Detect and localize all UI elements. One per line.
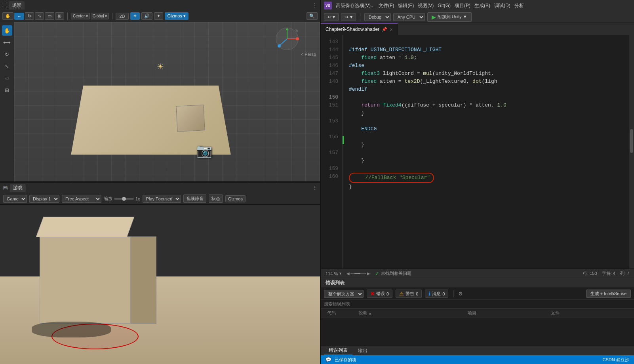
tab-error-list[interactable]: 错误列表 xyxy=(324,346,352,355)
filter-icon[interactable]: ⚙ xyxy=(458,291,463,297)
tab-output[interactable]: 输出 xyxy=(353,347,372,355)
effects-btn[interactable]: ✦ xyxy=(154,12,163,20)
menu-debug[interactable]: 调试(D) xyxy=(494,2,510,9)
warn-count-badge[interactable]: ⚠ 警告 0 xyxy=(396,290,422,298)
char-info: 字符: 4 xyxy=(602,271,615,276)
unity-panel: ⛶ 场景 ⋮ ✋ ↔ ↻ ⤡ ▭ ⊞ xyxy=(0,0,321,364)
save-icon: 💬 xyxy=(326,357,331,362)
col-code[interactable]: 代码 xyxy=(324,310,356,316)
active-line-indicator xyxy=(343,136,344,144)
gizmo-widget[interactable]: × xyxy=(274,26,300,52)
game-canvas xyxy=(0,205,320,364)
col-description[interactable]: 说明 ▲ xyxy=(356,310,465,316)
scene-platform: 📷 xyxy=(46,74,264,169)
global-btn[interactable]: Global ▾ xyxy=(91,13,109,19)
col-info: 列: 7 xyxy=(620,271,629,276)
build-intelli-btn[interactable]: 生成 + IntelliSense xyxy=(586,290,631,298)
hand-tool[interactable]: ✋ xyxy=(2,25,12,36)
error-panel-header: 错误列表 xyxy=(321,278,634,288)
tab-game[interactable]: 游戏 xyxy=(10,184,26,192)
light-btn[interactable]: ☀ xyxy=(130,12,140,20)
tab-pin-btn[interactable]: 📌 xyxy=(382,27,387,32)
audio-btn[interactable]: 🔊 xyxy=(141,12,152,20)
info-count-badge[interactable]: ℹ 消息 0 xyxy=(425,290,448,298)
zoom-status[interactable]: 114 % ▾ xyxy=(326,271,342,276)
svg-point-4 xyxy=(296,37,299,40)
2d-btn[interactable]: 2D xyxy=(116,13,128,20)
scrollbar-mini[interactable]: ◀ ▶ xyxy=(347,271,370,276)
info-label: 消息 xyxy=(432,291,441,297)
error-filter-bar: 整个解决方案 ✖ 错误 0 ⚠ 警告 0 xyxy=(321,288,634,300)
display-select[interactable]: Display 1 xyxy=(29,195,59,203)
aspect-select[interactable]: Free Aspect xyxy=(62,195,101,203)
csdn-credit: CSDN @豆沙 xyxy=(603,357,629,362)
vs-status-bar: 💬 已保存的项 CSDN @豆沙 xyxy=(321,355,634,364)
col-project[interactable]: 项目 xyxy=(465,310,548,316)
tab-close-btn[interactable]: × xyxy=(390,27,393,32)
redo-btn[interactable]: ↪ ▾ xyxy=(341,13,356,21)
status-btn[interactable]: 状态 xyxy=(209,194,223,203)
scene-canvas: ✋ ⟷ ↻ ⤡ ▭ ⊞ xyxy=(0,22,320,181)
scene-gizmos-btn[interactable]: Gizmos ▾ xyxy=(165,12,188,20)
game-toolbar: Game Display 1 Free Aspect 缩放 1x xyxy=(0,193,320,205)
error-panel: 错误列表 整个解决方案 ✖ 错误 0 ⚠ 警告 xyxy=(321,278,634,355)
game-three-dot[interactable]: ⋮ xyxy=(312,185,318,191)
col-file[interactable]: 文件 xyxy=(548,310,631,316)
persp-label: < Persp xyxy=(301,52,316,57)
gizmos-btn[interactable]: Gizmos xyxy=(225,195,246,202)
error-count-badge[interactable]: ✖ 错误 0 xyxy=(367,290,392,298)
undo-btn[interactable]: ↩ ▾ xyxy=(324,13,339,21)
search-error-title: 搜索错误列表 xyxy=(324,301,350,307)
menu-advanced-save[interactable]: 高级保存选项(V)... xyxy=(336,2,375,9)
rotate-tool-btn[interactable]: ↻ xyxy=(25,12,34,20)
zoom-percent: 114 % xyxy=(326,271,338,276)
warn-count: 0 xyxy=(416,292,418,296)
zoom-down-icon[interactable]: ▾ xyxy=(339,271,342,276)
error-list-title: 错误列表 xyxy=(326,280,345,286)
menu-project[interactable]: 项目(P) xyxy=(455,2,470,9)
game-cube-right xyxy=(131,236,156,324)
debug-config-select[interactable]: Debug xyxy=(364,13,391,21)
move-tool[interactable]: ⟷ xyxy=(2,37,12,48)
attach-unity-btn[interactable]: ▶ 附加到 Unity ▼ xyxy=(427,12,472,22)
menu-analyze[interactable]: 分析 xyxy=(514,2,524,9)
game-mode-select[interactable]: Game xyxy=(3,195,27,203)
zoom-slider[interactable] xyxy=(114,198,134,200)
sun-light: ☀ xyxy=(157,62,164,71)
menu-build[interactable]: 生成(B) xyxy=(474,2,490,9)
line-numbers: 143 144 145 146 147 148 150 151 153 155 … xyxy=(321,35,343,269)
platform-select[interactable]: Any CPU xyxy=(393,13,425,21)
scope-filter[interactable]: 整个解决方案 xyxy=(324,290,364,298)
scene-tab-bar: ⛶ 场景 ⋮ xyxy=(0,0,320,10)
scrollbar[interactable] xyxy=(629,35,634,269)
pivot-btn[interactable]: Center ▾ xyxy=(71,13,90,19)
rect-tool[interactable]: ▭ xyxy=(2,73,12,83)
game-tab-bar: 🎮 游戏 ⋮ xyxy=(0,183,320,193)
code-text-area[interactable]: #ifdef USING_DIRECTIONAL_LIGHT fixed att… xyxy=(343,35,629,269)
transform-tool-btn[interactable]: ⊞ xyxy=(55,12,64,20)
audio-mute-btn[interactable]: 音频静音 xyxy=(183,194,206,203)
menu-view[interactable]: 视图(V) xyxy=(418,2,434,9)
scroll-right-icon[interactable]: ▶ xyxy=(367,271,370,276)
scale-tool[interactable]: ⤡ xyxy=(2,61,12,71)
scroll-left-icon[interactable]: ◀ xyxy=(347,271,350,276)
three-dot-menu[interactable]: ⋮ xyxy=(312,2,318,8)
rotate-tool[interactable]: ↻ xyxy=(2,49,12,59)
move-tool-btn[interactable]: ↔ xyxy=(14,13,24,20)
menu-git[interactable]: Git(G) xyxy=(438,3,451,8)
editor-tab-shader[interactable]: Chapter9-Shadow.shader 📌 × xyxy=(321,23,398,35)
search-btn[interactable]: 🔍 xyxy=(307,12,318,20)
scale-tool-btn[interactable]: ⤡ xyxy=(35,12,44,20)
menu-file[interactable]: 文件(F) xyxy=(379,2,394,9)
scene-icon: ⛶ xyxy=(2,2,7,8)
transform-all-tool[interactable]: ⊞ xyxy=(2,85,12,95)
sort-asc-icon: ▲ xyxy=(368,311,372,315)
menu-edit[interactable]: 编辑(E) xyxy=(398,2,414,9)
rect-tool-btn[interactable]: ▭ xyxy=(45,12,54,20)
scene-view: ⛶ 场景 ⋮ ✋ ↔ ↻ ⤡ ▭ ⊞ xyxy=(0,0,320,183)
play-focused-select[interactable]: Play Focused xyxy=(143,195,181,203)
scene-3d-content: 📷 ☀ xyxy=(14,22,320,181)
scroll-thumb[interactable] xyxy=(630,129,633,153)
tab-scene[interactable]: 场景 xyxy=(9,1,25,10)
hand-tool-btn[interactable]: ✋ xyxy=(2,12,13,20)
